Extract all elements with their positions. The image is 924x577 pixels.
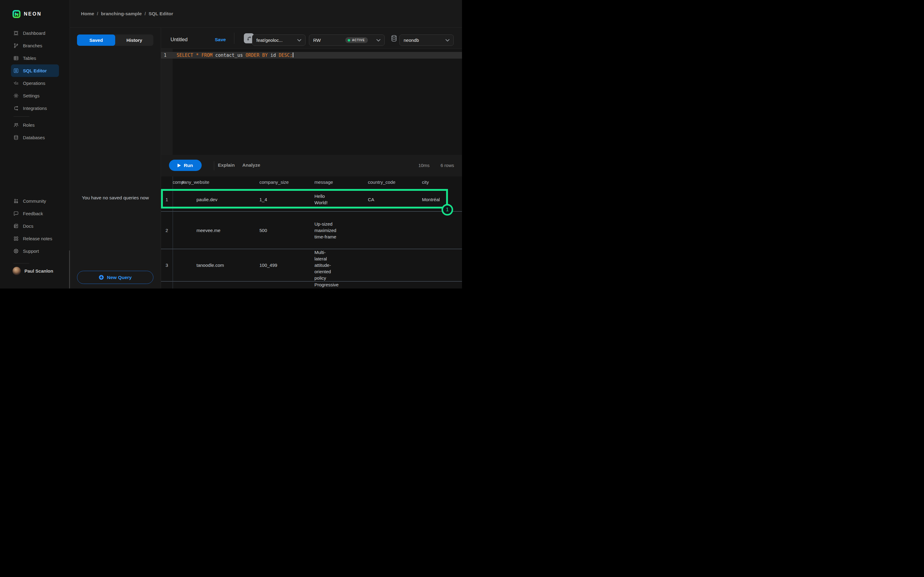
cell-message: Up-sized maximized time-frame — [314, 211, 368, 249]
top-bar: Home/branching-sample/SQL Editor — [70, 0, 462, 28]
table-row-tanoodle-com: 3 tanoodle.com 100_499 Multi- lateral at… — [161, 249, 462, 282]
sql-token: id — [270, 53, 276, 58]
query-duration: 10ms — [418, 163, 430, 168]
branches-icon — [13, 43, 19, 48]
user-menu[interactable]: Paul Scanlon — [13, 267, 53, 275]
cell-company-website: paulie.dev — [173, 187, 259, 211]
save-button[interactable]: Save — [215, 37, 226, 42]
tab-saved[interactable]: Saved — [77, 34, 115, 46]
support-icon — [13, 248, 19, 254]
neon-logo[interactable]: NEON — [13, 10, 42, 18]
cell-country-code — [368, 249, 422, 281]
sql-token: ORDER — [246, 53, 259, 58]
tab-history[interactable]: History — [115, 34, 153, 46]
result-row-count: 6 rows — [441, 163, 454, 168]
community-icon — [13, 198, 19, 204]
brand-wordmark: NEON — [24, 11, 42, 17]
sql-code-line: SELECT * FROM contact_us ORDER BY id DES… — [177, 52, 293, 59]
sidebar-item-branches[interactable]: Branches — [11, 39, 59, 52]
cell-company-website: tanoodle.com — [173, 249, 259, 281]
sidebar-item-tables[interactable]: Tables — [11, 52, 59, 64]
docs-icon — [13, 223, 19, 229]
neon-logo-icon — [13, 10, 21, 18]
cell-city — [422, 249, 462, 281]
cell-company-size: 100_499 — [259, 249, 314, 281]
sql-token — [243, 53, 246, 58]
compute-select[interactable]: RW ACTIVE — [309, 34, 385, 46]
sidebar-divider — [13, 116, 29, 117]
breadcrumb-separator: / — [97, 11, 98, 16]
sidebar-item-settings[interactable]: Settings — [11, 89, 59, 102]
cell-company-website: meevee.me — [173, 211, 259, 249]
sidebar-item-operations[interactable]: Operations — [11, 77, 59, 89]
cell-row-number: 4 — [161, 282, 173, 288]
breadcrumb-item-sql-editor[interactable]: SQL Editor — [149, 11, 173, 16]
sidebar-item-docs[interactable]: Docs — [11, 220, 59, 232]
sidebar-item-support[interactable]: Support — [11, 245, 59, 257]
user-name: Paul Scanlon — [24, 268, 53, 274]
table-header-row: #company_websitecompany_sizemessagecount… — [161, 176, 462, 187]
sidebar-item-sql-editor[interactable]: SQL Editor — [11, 64, 59, 77]
results-table: #company_websitecompany_sizemessagecount… — [161, 176, 462, 288]
breadcrumb-item-branching-sample[interactable]: branching-sample — [101, 11, 142, 16]
cell-country-code — [368, 211, 422, 249]
explain-button[interactable]: Explain — [218, 163, 235, 168]
sidebar-item-community[interactable]: Community — [11, 195, 59, 207]
sql-token: FROM — [201, 53, 212, 58]
new-query-button[interactable]: New Query — [77, 271, 153, 284]
tables-icon — [13, 55, 19, 61]
cell-row-number: 1 — [161, 187, 173, 211]
column-header-company-size: company_size — [259, 176, 314, 187]
query-title: Untitled — [171, 37, 187, 42]
sidebar-item-databases[interactable]: Databases — [11, 131, 59, 144]
settings-icon — [13, 93, 19, 98]
breadcrumb-separator: / — [145, 11, 146, 16]
table-row-youspan-ai: 4 youspan.ai 20_99 Progressive fault- to… — [161, 282, 462, 288]
queries-tabs: Saved History — [77, 34, 153, 46]
play-icon — [178, 164, 181, 167]
column-header-country-code: country_code — [368, 176, 422, 187]
sql-token: SELECT — [177, 53, 193, 58]
feedback-icon — [13, 211, 19, 216]
database-select[interactable]: neondb — [399, 34, 454, 46]
sidebar-nav-main: Dashboard Branches Tables SQL Editor — [11, 27, 59, 114]
toolbar-divider — [214, 161, 214, 170]
sql-token — [199, 53, 201, 58]
column-divider — [173, 176, 173, 288]
sql-token: * — [196, 53, 199, 58]
column-header-company-website: company_website — [173, 176, 259, 187]
chevron-down-icon — [297, 39, 301, 42]
sidebar-item-integrations[interactable]: Integrations — [11, 102, 59, 114]
sql-code-editor[interactable]: 1 SELECT * FROM contact_us ORDER BY id D… — [161, 49, 462, 155]
operations-icon — [13, 80, 19, 86]
sidebar-item-release-notes[interactable]: Release notes — [11, 232, 59, 245]
empty-state-text: You have no saved queries now — [70, 195, 161, 201]
text-cursor — [293, 53, 293, 57]
cell-message: Progressive fault- tolerant — [314, 282, 368, 288]
sidebar-nav-secondary: Roles Databases — [11, 119, 59, 144]
roles-icon — [13, 122, 19, 128]
query-meta: 10ms 6 rows — [418, 163, 454, 168]
sql-token — [276, 53, 279, 58]
breadcrumb: Home/branching-sample/SQL Editor — [81, 0, 173, 27]
sidebar-item-dashboard[interactable]: Dashboard — [11, 27, 59, 39]
sidebar-item-feedback[interactable]: Feedback — [11, 207, 59, 220]
analyze-button[interactable]: Analyze — [242, 163, 260, 168]
run-button[interactable]: Run — [169, 160, 202, 171]
chevron-down-icon — [376, 39, 380, 42]
chevron-down-icon — [446, 39, 449, 42]
sql-token — [193, 53, 196, 58]
cell-row-number: 3 — [161, 249, 173, 281]
integrations-icon — [13, 105, 19, 111]
table-row-meevee-me: 2 meevee.me 500 Up-sized maximized time-… — [161, 211, 462, 249]
plus-circle-icon — [99, 275, 104, 280]
breadcrumb-item-home[interactable]: Home — [81, 11, 94, 16]
branch-select[interactable]: feat/geoloc... — [252, 34, 305, 46]
cell-company-website: youspan.ai — [173, 282, 259, 288]
sql-token: BY — [262, 53, 268, 58]
cell-city — [422, 211, 462, 249]
sidebar-item-roles[interactable]: Roles — [11, 119, 59, 131]
column-header-message: message — [314, 176, 368, 187]
sql-token: ; — [290, 53, 292, 58]
cell-country-code — [368, 282, 422, 288]
